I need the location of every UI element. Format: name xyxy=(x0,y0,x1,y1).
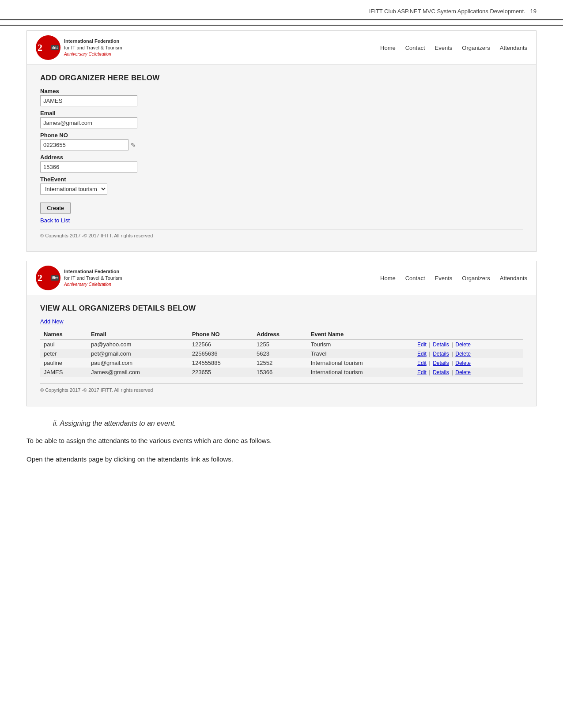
cell-name: JAMES xyxy=(40,368,87,377)
nav-links-1: Home Contact Events Organizers Attendant… xyxy=(380,45,527,51)
names-input[interactable] xyxy=(40,95,137,106)
col-event: Event Name xyxy=(307,329,414,340)
details-link[interactable]: Details xyxy=(433,341,449,348)
nav-attendants-1[interactable]: Attendants xyxy=(500,45,527,51)
col-names: Names xyxy=(40,329,87,340)
nav-links-2: Home Contact Events Organizers Attendant… xyxy=(380,275,527,281)
cell-name: pauline xyxy=(40,358,87,368)
table-title: VIEW ALL ORGANIZERS DETAILS BELOW xyxy=(40,304,523,313)
nav-home-1[interactable]: Home xyxy=(380,45,396,51)
names-label: Names xyxy=(40,88,523,94)
edit-link[interactable]: Edit xyxy=(417,351,427,357)
cell-name: paul xyxy=(40,340,87,349)
nav-contact-1[interactable]: Contact xyxy=(405,45,425,51)
view-organizers-block: 2 ifitt International Federation for IT … xyxy=(26,261,537,406)
form-title: ADD ORGANIZER HERE BELOW xyxy=(40,74,523,83)
address-label: Address xyxy=(40,154,523,161)
table-header: Names Email Phone NO Address Event Name xyxy=(40,329,523,340)
edit-link[interactable]: Edit xyxy=(417,360,427,366)
header-title: IFITT Club ASP.NET MVC System Applicatio… xyxy=(369,8,525,15)
cell-event: Tourism xyxy=(307,340,414,349)
cell-phone: 223655 xyxy=(189,368,253,377)
cell-actions: Edit | Details | Delete xyxy=(414,349,523,358)
address-input[interactable] xyxy=(40,161,137,173)
cell-phone: 122566 xyxy=(189,340,253,349)
table-header-row: Names Email Phone NO Address Event Name xyxy=(40,329,523,340)
nav-events-2[interactable]: Events xyxy=(435,275,453,281)
phone-icon: ✎ xyxy=(131,142,136,149)
cell-actions: Edit | Details | Delete xyxy=(414,340,523,349)
email-input[interactable] xyxy=(40,117,137,128)
col-actions xyxy=(414,329,523,340)
logo-2: 2 ifitt International Federation for IT … xyxy=(36,266,122,290)
col-address: Address xyxy=(253,329,307,340)
nav-contact-2[interactable]: Contact xyxy=(405,275,425,281)
sep1: | xyxy=(429,351,430,357)
delete-link[interactable]: Delete xyxy=(455,369,471,375)
nav-organizers-1[interactable]: Organizers xyxy=(462,45,490,51)
delete-link[interactable]: Delete xyxy=(455,360,471,366)
details-link[interactable]: Details xyxy=(433,369,449,375)
nav-organizers-2[interactable]: Organizers xyxy=(462,275,490,281)
event-select[interactable]: International tourism Tourism Travel xyxy=(40,184,107,195)
edit-link[interactable]: Edit xyxy=(417,341,427,348)
details-link[interactable]: Details xyxy=(433,351,449,357)
bottom-text: ii. Assigning the attendants to an event… xyxy=(26,420,537,465)
col-email: Email xyxy=(87,329,189,340)
table-row: JAMES James@gmail.com 223655 15366 Inter… xyxy=(40,368,523,377)
sep2: | xyxy=(451,360,453,366)
cell-actions: Edit | Details | Delete xyxy=(414,358,523,368)
logo-1: 2 ifitt International Federation for IT … xyxy=(36,35,122,60)
cell-event: International tourism xyxy=(307,368,414,377)
table-row: peter pet@gmail.com 22565636 5623 Travel… xyxy=(40,349,523,358)
delete-link[interactable]: Delete xyxy=(455,341,471,348)
nav-attendants-2[interactable]: Attendants xyxy=(500,275,527,281)
nav-home-2[interactable]: Home xyxy=(380,275,396,281)
phone-input[interactable] xyxy=(40,139,128,150)
logo-desc-2: International Federation for IT and Trav… xyxy=(64,268,122,287)
edit-link[interactable]: Edit xyxy=(417,369,427,375)
cell-event: Travel xyxy=(307,349,414,358)
footer-2: © Copyrights 2017 -© 2017 IFITT. All rig… xyxy=(40,383,523,397)
organizers-table: Names Email Phone NO Address Event Name … xyxy=(40,329,523,377)
col-phone: Phone NO xyxy=(189,329,253,340)
logo-ifitt: ifitt xyxy=(51,45,59,50)
details-link[interactable]: Details xyxy=(433,360,449,366)
email-label: Email xyxy=(40,110,523,116)
logo-line2-2: for IT and Travel & Tourism xyxy=(64,275,122,281)
sep1: | xyxy=(429,341,430,348)
logo-line1: International Federation xyxy=(64,38,122,45)
logo-ifitt-2: ifitt xyxy=(51,275,59,281)
add-new-link[interactable]: Add New xyxy=(40,318,523,325)
cell-phone: 22565636 xyxy=(189,349,253,358)
logo-line3: Anniversary Celebration xyxy=(64,51,122,57)
back-to-list-link[interactable]: Back to List xyxy=(40,217,523,224)
page-header: IFITT Club ASP.NET MVC System Applicatio… xyxy=(0,0,563,20)
cell-address: 1255 xyxy=(253,340,307,349)
sep2: | xyxy=(451,351,453,357)
sep2: | xyxy=(451,369,453,375)
event-label: TheEvent xyxy=(40,176,523,183)
logo-line2: for IT and Travel & Tourism xyxy=(64,45,122,51)
para-2: Open the attendants page by clicking on … xyxy=(26,454,537,465)
sep1: | xyxy=(429,369,430,375)
cell-address: 15366 xyxy=(253,368,307,377)
logo-number: 2 xyxy=(38,42,42,53)
cell-email: James@gmail.com xyxy=(87,368,189,377)
event-group: TheEvent International tourism Tourism T… xyxy=(40,176,523,195)
table-content: VIEW ALL ORGANIZERS DETAILS BELOW Add Ne… xyxy=(27,295,536,406)
logo-desc-1: International Federation for IT and Trav… xyxy=(64,38,122,57)
cell-name: peter xyxy=(40,349,87,358)
cell-event: International tourism xyxy=(307,358,414,368)
logo-badge-2: 2 ifitt xyxy=(36,266,60,290)
nav-events-1[interactable]: Events xyxy=(435,45,453,51)
logo-line1-2: International Federation xyxy=(64,268,122,275)
sep2: | xyxy=(451,341,453,348)
cell-actions: Edit | Details | Delete xyxy=(414,368,523,377)
footer-1: © Copyrights 2017 -© 2017 IFITT. All rig… xyxy=(40,229,523,243)
address-group: Address xyxy=(40,154,523,173)
form-content: ADD ORGANIZER HERE BELOW Names Email Pho… xyxy=(27,65,536,251)
delete-link[interactable]: Delete xyxy=(455,351,471,357)
create-button[interactable]: Create xyxy=(40,203,71,214)
cell-email: pet@gmail.com xyxy=(87,349,189,358)
